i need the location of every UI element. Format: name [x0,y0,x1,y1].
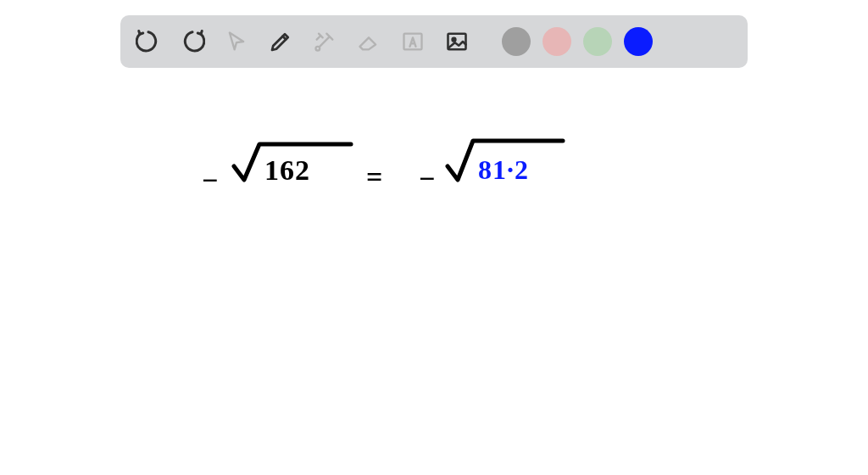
toolbar [120,15,748,68]
undo-icon [136,29,161,54]
svg-line-0 [283,36,287,40]
text-box-icon [401,30,425,53]
pen-icon [268,29,293,54]
color-swatch-green[interactable] [583,27,612,56]
equation-left-minus: − [202,165,218,197]
image-button[interactable] [441,25,473,58]
equation-left-radicand: 162 [264,154,310,187]
equation-equals: = [366,161,382,193]
pen-button[interactable] [264,25,297,58]
tools-menu-button[interactable] [309,25,341,58]
svg-rect-2 [404,34,422,50]
eraser-icon [356,30,381,53]
cursor-icon [225,30,248,53]
svg-point-1 [316,47,320,51]
text-box-button[interactable] [397,25,429,58]
svg-point-4 [453,38,456,42]
equation-right-minus: − [419,163,435,195]
eraser-button[interactable] [353,25,385,58]
redo-icon [180,29,205,54]
color-swatch-blue[interactable] [624,27,653,56]
pointer-button[interactable] [220,25,253,58]
whiteboard-canvas[interactable]: − 162 = − 81·2 [0,76,868,475]
tools-icon [313,30,337,53]
color-swatch-pink[interactable] [542,27,571,56]
color-swatch-gray[interactable] [502,27,531,56]
image-icon [444,30,470,53]
equation-right-radicand: 81·2 [478,154,529,186]
undo-button[interactable] [132,25,164,58]
redo-button[interactable] [176,25,209,58]
